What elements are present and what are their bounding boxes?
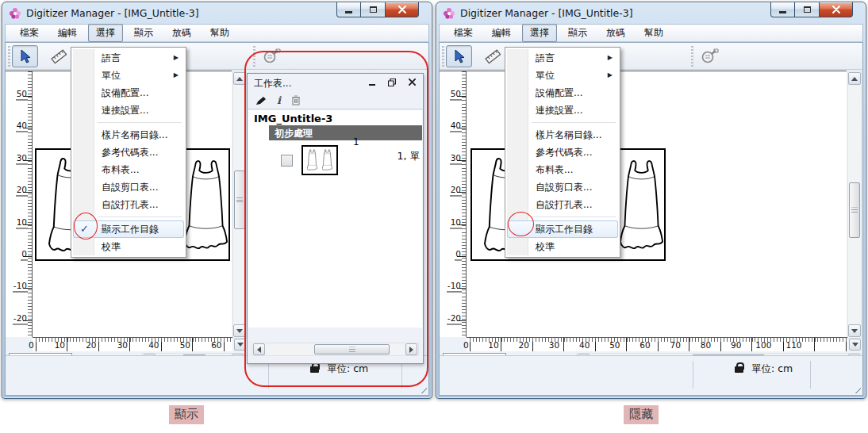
menu-item-11[interactable]: 顯示工作目錄 [507,220,618,238]
measure-tool-button[interactable] [479,45,505,67]
ruler-tick-label: 100 [755,341,773,350]
menu-item-0[interactable]: 語言▶ [507,49,618,67]
ruler-collapse-button[interactable] [849,339,861,351]
pane-separator [401,361,402,389]
menu-grading[interactable]: 放碼 [164,24,199,42]
pane-separator [810,361,811,389]
vscroll-thumb[interactable] [234,171,245,229]
piece-checkbox[interactable] [281,155,293,167]
menu-item-label: 連接設置... [536,105,582,116]
menu-item-0[interactable]: 語言▶ [73,49,184,67]
info-icon[interactable]: i [277,96,281,105]
ruler-tick-label: 10 [450,218,462,228]
panel-restore-button[interactable] [386,76,398,88]
ruler-tick-label: 10 [16,218,28,228]
ruler-tick-label: 10 [55,341,67,350]
toolbar-grip[interactable] [8,46,10,67]
menu-item-12[interactable]: 校準 [73,238,184,255]
menu-view[interactable]: 顯示 [560,24,595,42]
vertical-scrollbar[interactable] [232,71,247,339]
panel-scrollbar[interactable] [252,343,419,356]
menu-item-7[interactable]: 布料表... [507,161,618,178]
menu-item-label: 校準 [102,241,121,252]
menu-edit[interactable]: 編輯 [484,24,519,42]
menu-item-8[interactable]: 自設剪口表... [73,178,184,196]
panel-stage-row[interactable]: 初步處理 [269,125,422,140]
menu-item-label: 語言 [536,52,555,63]
caption-buttons [336,2,419,18]
scroll-up-button[interactable] [848,72,861,85]
menu-item-1[interactable]: 單位▶ [507,67,618,84]
garment-thumb-icon [322,149,332,171]
menu-view[interactable]: 顯示 [126,24,161,42]
menu-grading[interactable]: 放碼 [598,24,633,42]
menu-help[interactable]: 幫助 [636,24,671,42]
menu-item-2[interactable]: 設備配置... [507,84,618,102]
ruler-tick-label: 50 [180,341,192,350]
menu-item-5[interactable]: 樣片名稱目錄... [507,126,618,144]
menu-item-11[interactable]: ✓顯示工作目錄 [73,220,184,238]
ruler-tick-label: 50 [450,90,462,100]
minimize-button[interactable] [336,2,361,17]
zoom-stamp-button[interactable] [258,45,284,67]
ruler-tick-label: 0 [463,341,470,350]
panel-close-button[interactable] [405,76,418,88]
select-tool-button[interactable] [446,45,472,67]
resize-grip[interactable] [852,385,861,393]
toolbar-grip2[interactable] [691,46,693,67]
menu-item-3[interactable]: 連接設置... [507,102,618,119]
menu-item-7[interactable]: 布料表... [73,161,184,178]
menu-separator [532,122,616,123]
scroll-right-button[interactable] [405,343,417,355]
select-tool-button[interactable] [12,45,38,67]
panel-scroll-thumb[interactable] [314,344,390,354]
caption-shown: 顯示 [169,405,204,424]
maximize-icon [804,6,811,13]
ruler-collapse-button[interactable] [234,339,246,351]
menu-item-3[interactable]: 連接設置... [73,102,184,119]
scroll-left-button[interactable] [253,343,265,355]
close-button[interactable] [385,2,419,17]
caption-hidden: 隱藏 [624,405,659,424]
vscroll-thumb[interactable] [849,182,860,238]
panel-minimize-button[interactable] [366,76,378,88]
titlebar[interactable]: Digitizer Manager - [IMG_Untitle-3] [436,2,866,24]
scroll-up-button[interactable] [233,72,246,85]
menu-select[interactable]: 選擇 [88,24,123,42]
submenu-arrow-icon: ▶ [608,67,613,84]
scroll-down-button[interactable] [848,324,861,337]
resize-grip[interactable] [418,385,427,393]
menu-select[interactable]: 選擇 [522,24,557,42]
maximize-button[interactable] [795,2,819,17]
menu-item-9[interactable]: 自設打孔表... [73,196,184,213]
maximize-button[interactable] [361,2,385,17]
menu-item-6[interactable]: 參考代碼表... [507,144,618,161]
menu-item-2[interactable]: 設備配置... [73,84,184,102]
vertical-scrollbar[interactable] [847,71,862,339]
pen-tool-icon[interactable] [255,96,267,105]
zoom-stamp-button[interactable] [696,45,722,67]
menu-edit[interactable]: 編輯 [50,24,85,42]
garment-piece-back[interactable] [620,155,663,258]
arrow-down-icon [237,343,244,347]
toolbar-grip2[interactable] [253,46,255,67]
close-button[interactable] [819,2,853,17]
trash-icon[interactable] [291,95,301,105]
menu-item-12[interactable]: 校準 [507,238,618,255]
menu-item-6[interactable]: 參考代碼表... [73,144,184,161]
menu-item-5[interactable]: 樣片名稱目錄... [73,126,184,144]
measure-tool-button[interactable] [45,45,71,67]
scroll-down-button[interactable] [233,324,246,337]
menu-item-8[interactable]: 自設剪口表... [507,178,618,196]
menu-item-9[interactable]: 自設打孔表... [507,196,618,213]
menu-help[interactable]: 幫助 [202,24,237,42]
piece-thumbnail[interactable] [301,145,338,175]
menu-file[interactable]: 檔案 [12,24,47,42]
minimize-button[interactable] [770,2,795,17]
menu-file[interactable]: 檔案 [446,24,481,42]
toolbar-grip[interactable] [442,46,444,67]
arrow-down-icon [852,343,858,347]
menu-item-1[interactable]: 單位▶ [73,67,184,84]
garment-piece-back[interactable] [184,155,228,258]
titlebar[interactable]: Digitizer Manager - [IMG_Untitle-3] [2,2,432,24]
